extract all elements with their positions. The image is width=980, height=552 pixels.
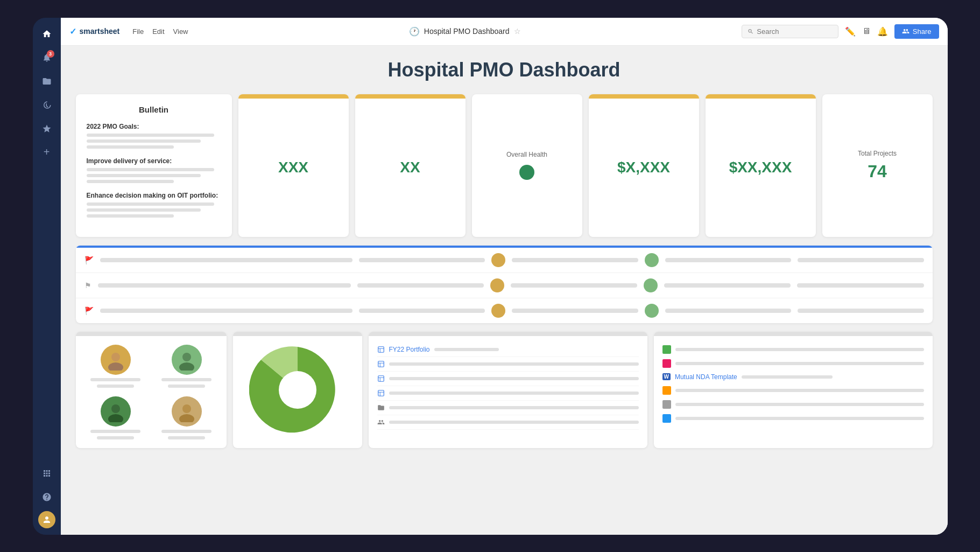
file-item[interactable] <box>377 372 639 386</box>
bulletin-card: Bulletin 2022 PMO Goals: Improve deliver… <box>76 94 232 237</box>
recent-item[interactable] <box>662 411 924 425</box>
recent-bar <box>675 348 924 351</box>
sidebar-item-apps[interactable] <box>37 464 57 483</box>
dashboard: Hospital PMO Dashboard Bulletin 2022 PMO… <box>61 46 948 535</box>
metric-value-2: XX <box>400 159 420 176</box>
recent-color-dot <box>662 345 671 354</box>
sidebar-item-recents[interactable] <box>37 95 57 115</box>
file-label: FY22 Portfolio <box>389 346 430 353</box>
project-bar-5 <box>798 258 924 262</box>
recent-bar <box>675 362 924 365</box>
project-bar-2 <box>359 258 485 262</box>
project-name-bar <box>100 309 352 313</box>
sidebar-item-notifications[interactable]: 3 <box>37 48 57 67</box>
sidebar-item-new[interactable]: + <box>37 143 57 162</box>
svg-rect-18 <box>378 390 384 396</box>
page-title: Hospital PMO Dashboard <box>424 27 510 36</box>
file-bar <box>434 348 499 351</box>
file-bar <box>389 421 639 424</box>
overall-health-dot <box>519 165 534 180</box>
present-icon[interactable]: 🖥 <box>862 26 871 36</box>
project-table: 🚩 ⚑ <box>76 246 933 323</box>
folder-icon <box>377 404 385 411</box>
pie-chart-card <box>233 332 362 448</box>
flag-icon-red: 🚩 <box>84 256 94 264</box>
topbar: ✓ smartsheet File Edit View 🕐 Hospital P… <box>61 18 948 46</box>
person-role-bar <box>97 385 135 388</box>
bulletin-line <box>87 139 201 143</box>
table-row[interactable]: ⚑ <box>76 273 933 298</box>
svg-point-4 <box>111 404 120 413</box>
sidebar-item-browse[interactable] <box>37 72 57 91</box>
sidebar-item-favorites[interactable] <box>37 119 57 138</box>
people-card <box>76 332 227 448</box>
bulletin-line <box>87 202 215 206</box>
sidebar-item-help[interactable] <box>37 487 57 507</box>
share-button[interactable]: Share <box>894 24 939 39</box>
file-item[interactable]: FY22 Portfolio <box>377 343 639 357</box>
topbar-center: 🕐 Hospital PMO Dashboard ☆ <box>197 26 733 37</box>
user-avatar[interactable] <box>38 511 55 528</box>
file-bar <box>389 392 639 395</box>
bulletin-line <box>87 208 201 212</box>
metric-top-bar <box>355 94 466 99</box>
project-bar-3 <box>512 258 638 262</box>
bulletin-line <box>87 174 201 177</box>
file-item[interactable] <box>377 357 639 372</box>
nav-file[interactable]: File <box>132 27 144 36</box>
recent-color-dot <box>662 414 671 423</box>
recent-bar <box>742 375 833 379</box>
notification-badge: 3 <box>47 50 54 58</box>
metric-body: $X,XXX <box>589 99 699 237</box>
favorite-star-icon[interactable]: ☆ <box>514 27 521 36</box>
project-bar-4 <box>665 258 792 262</box>
word-icon: W <box>662 373 671 380</box>
bulletin-section-goals: 2022 PMO Goals: <box>87 123 221 149</box>
bulletin-line <box>87 180 174 183</box>
bulletin-heading-3: Enhance decision making on OIT portfolio… <box>87 192 221 199</box>
file-item[interactable] <box>377 415 639 430</box>
recent-item[interactable] <box>662 357 924 371</box>
nav-edit[interactable]: Edit <box>152 27 164 36</box>
recent-item[interactable] <box>662 343 924 357</box>
svg-point-1 <box>108 362 123 371</box>
project-name-bar <box>98 283 351 288</box>
file-item[interactable] <box>377 401 639 415</box>
metric-body: XX <box>355 99 466 237</box>
edit-icon[interactable]: ✏️ <box>845 26 856 37</box>
recent-item[interactable]: W Mutual NDA Template <box>662 371 924 383</box>
recent-card-body: W Mutual NDA Template <box>654 336 933 432</box>
files-card-body: FY22 Portfolio <box>369 336 647 436</box>
flag-icon-gray: ⚑ <box>84 281 91 290</box>
metric-top-bar <box>589 94 699 99</box>
sidebar-item-home[interactable] <box>37 24 57 44</box>
bulletin-heading-2: Improve delivery of service: <box>87 157 221 165</box>
recent-bar <box>675 389 924 392</box>
table-row[interactable]: 🚩 <box>76 298 933 323</box>
avatar <box>491 253 505 267</box>
nav-view[interactable]: View <box>173 27 188 36</box>
files-card-header <box>369 332 647 336</box>
recent-bar <box>675 403 924 406</box>
svg-point-7 <box>179 414 194 422</box>
metric-card-2: XX <box>355 94 466 237</box>
notify-icon[interactable]: 🔔 <box>877 26 888 37</box>
bulletin-section-oit: Enhance decision making on OIT portfolio… <box>87 192 221 218</box>
search-input[interactable] <box>757 27 832 36</box>
person-avatar <box>172 345 202 375</box>
recent-item-label: Mutual NDA Template <box>675 373 737 381</box>
logo-check-icon: ✓ <box>69 26 76 37</box>
svg-point-3 <box>179 362 194 371</box>
recent-color-dot <box>662 359 671 368</box>
recent-item[interactable] <box>662 383 924 397</box>
recent-item[interactable] <box>662 397 924 411</box>
table-row[interactable]: 🚩 <box>76 248 933 273</box>
svg-point-0 <box>111 353 120 361</box>
bottom-row: FY22 Portfolio <box>76 332 933 448</box>
search-box[interactable] <box>742 25 838 38</box>
person-item <box>156 396 218 439</box>
sheet-icon <box>377 346 385 353</box>
file-item[interactable] <box>377 386 639 401</box>
svg-point-5 <box>108 414 123 422</box>
bulletin-title: Bulletin <box>87 105 221 114</box>
